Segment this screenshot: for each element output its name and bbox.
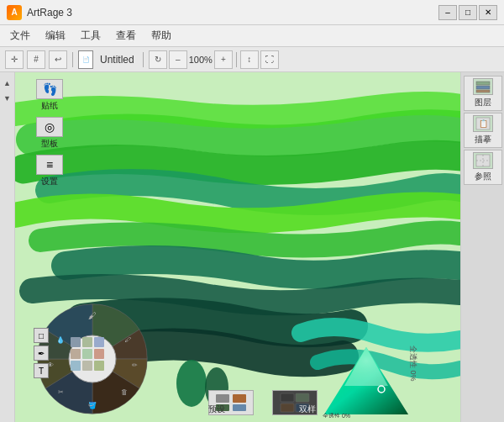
window-controls: – □ ✕ — [438, 5, 497, 20]
left-edge-panel: ▲ ▼ — [0, 72, 15, 422]
canvas-area[interactable]: 👣 贴纸 ◎ 型板 ≡ 设置 50% — [15, 72, 460, 422]
svg-rect-22 — [216, 394, 229, 403]
fit-button[interactable]: ↕ — [240, 50, 259, 69]
sticker-icon: 👣 — [36, 79, 63, 99]
scroll-down-icon[interactable]: ▼ — [2, 92, 13, 104]
menu-edit[interactable]: 编辑 — [39, 27, 72, 45]
template-label: 型板 — [41, 138, 58, 150]
menu-help[interactable]: 帮助 — [144, 27, 178, 45]
toolbar-divider-3 — [236, 52, 237, 67]
toolbar-divider-2 — [143, 52, 144, 67]
svg-rect-17 — [82, 349, 92, 359]
svg-rect-23 — [233, 394, 246, 403]
move-tool-button[interactable]: ✛ — [5, 50, 24, 69]
rotate-icon[interactable]: ↻ — [149, 50, 167, 69]
svg-rect-21 — [94, 361, 104, 371]
guide-button[interactable]: 参照 — [464, 150, 502, 185]
undo-button[interactable]: ↩ — [49, 50, 67, 69]
svg-text:📋: 📋 — [478, 119, 488, 129]
svg-text:✂: ✂ — [58, 388, 64, 396]
reference-icon: 📋 — [473, 115, 493, 132]
settings-label: 设置 — [41, 176, 58, 187]
document-icon: 📄 — [78, 50, 93, 69]
svg-text:🖌: 🖌 — [88, 311, 97, 320]
menu-file[interactable]: 文件 — [3, 27, 37, 45]
svg-rect-16 — [71, 349, 81, 359]
eyedropper-tool[interactable]: ✒ — [34, 346, 49, 361]
svg-rect-13 — [71, 337, 81, 347]
sticker-label: 贴纸 — [41, 100, 58, 112]
layers-icon — [473, 78, 493, 95]
main-area: ▲ ▼ — [0, 72, 504, 422]
svg-point-1 — [176, 360, 207, 407]
layers-button[interactable]: 图层 — [464, 76, 502, 111]
svg-rect-25 — [233, 404, 246, 411]
color-picker[interactable]: 全透性 0% — [321, 346, 412, 418]
text-tool[interactable]: T — [34, 363, 49, 378]
maximize-button[interactable]: □ — [459, 5, 477, 20]
zoom-plus-button[interactable]: + — [214, 50, 233, 69]
app-title: ArtRage 3 — [27, 7, 72, 18]
svg-rect-26 — [281, 393, 294, 402]
preset-button[interactable] — [208, 390, 254, 415]
menu-bar: 文件 编辑 工具 查看 帮助 — [0, 25, 504, 47]
document-title: Untitled — [100, 54, 134, 66]
tool-wheel[interactable]: 🖌 🖊 ✏ 🗑 🪣 ✂ 👁 💧 — [34, 300, 151, 418]
svg-rect-14 — [82, 337, 92, 347]
sampler-button[interactable] — [272, 390, 318, 415]
left-sidebar: 👣 贴纸 ◎ 型板 ≡ 设置 — [34, 79, 66, 187]
sidebar-sticker[interactable]: 👣 贴纸 — [34, 79, 66, 112]
reference-button[interactable]: 📋 描摹 — [464, 113, 502, 148]
scroll-up-icon[interactable]: ▲ — [2, 77, 13, 89]
opacity-text: 全透性 0% — [323, 413, 350, 418]
app-icon: A — [7, 5, 22, 20]
toolbar: ✛ # ↩ 📄 Untitled ↻ – 100% + ↕ ⛶ — [0, 47, 504, 72]
svg-rect-36 — [476, 82, 490, 85]
svg-rect-28 — [281, 404, 294, 412]
svg-text:💧: 💧 — [56, 335, 65, 344]
opacity-label: 全透性 0% — [408, 346, 419, 382]
select-tool[interactable]: □ — [34, 328, 49, 343]
svg-text:🗑: 🗑 — [121, 388, 128, 396]
template-icon: ◎ — [36, 117, 63, 137]
svg-text:全透性 0%: 全透性 0% — [323, 413, 350, 418]
layers-label: 图层 — [475, 97, 491, 108]
svg-rect-15 — [94, 337, 104, 347]
svg-rect-20 — [82, 361, 92, 371]
minimize-button[interactable]: – — [438, 5, 457, 20]
sidebar-template[interactable]: ◎ 型板 — [34, 117, 66, 150]
svg-rect-19 — [71, 361, 81, 371]
svg-text:✏: ✏ — [132, 361, 138, 369]
menu-tools[interactable]: 工具 — [74, 27, 108, 45]
svg-rect-38 — [476, 90, 490, 92]
quick-tools: □ ✒ T — [34, 328, 49, 378]
svg-marker-33 — [324, 347, 408, 414]
settings-icon: ≡ — [36, 155, 63, 175]
zoom-controls: ↻ – 100% + ↕ ⛶ — [149, 50, 279, 69]
toolbar-divider — [72, 52, 73, 67]
menu-view[interactable]: 查看 — [109, 27, 143, 45]
sidebar-settings[interactable]: ≡ 设置 — [34, 155, 66, 187]
reference-label: 描摹 — [475, 134, 491, 145]
svg-rect-18 — [94, 349, 104, 359]
zoom-minus-button[interactable]: – — [169, 50, 187, 69]
svg-rect-24 — [216, 404, 229, 411]
close-button[interactable]: ✕ — [479, 5, 497, 20]
guide-label: 参照 — [475, 171, 491, 182]
guide-icon — [473, 152, 493, 169]
svg-rect-29 — [296, 404, 309, 412]
title-bar: A ArtRage 3 – □ ✕ — [0, 0, 504, 25]
grid-button[interactable]: # — [27, 50, 45, 69]
zoom-level: 100% — [189, 55, 213, 65]
svg-text:🪣: 🪣 — [88, 401, 97, 409]
svg-text:🖊: 🖊 — [124, 336, 131, 344]
svg-rect-27 — [296, 393, 309, 402]
svg-rect-37 — [476, 86, 490, 89]
right-panel: 图层 📋 描摹 参照 — [460, 72, 504, 422]
fullscreen-button[interactable]: ⛶ — [260, 50, 279, 69]
